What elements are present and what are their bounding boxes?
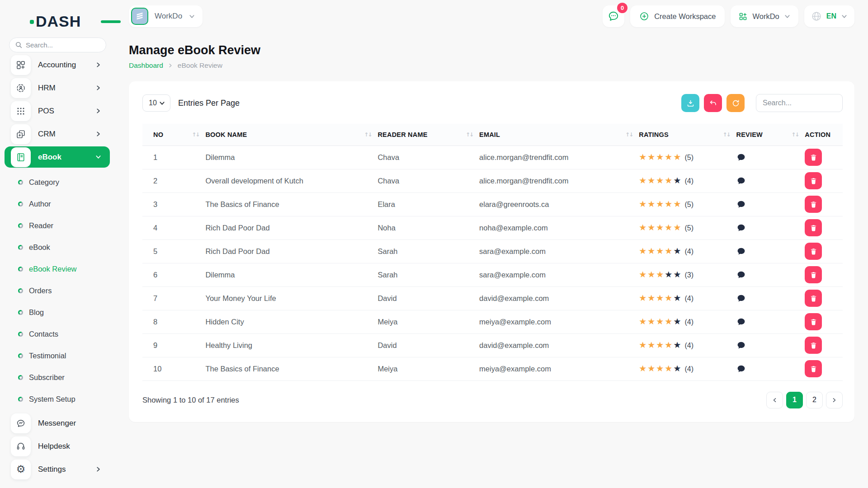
view-review-button[interactable] [736,176,746,186]
sidebar-subitem-system-setup[interactable]: System Setup [0,388,114,410]
cell-book-name: Rich Dad Poor Dad [205,239,377,263]
book-icon [11,147,31,167]
workdo-menu-label: WorkDo [752,12,779,21]
bullet-icon [18,245,23,250]
chevron-right-icon [168,63,173,68]
logo-text: DASH [36,14,81,29]
sidebar-item-hrm[interactable]: HRM [5,77,110,99]
chevron-down-icon [841,13,848,20]
sidebar-item-pos[interactable]: POS [5,100,110,122]
comment-icon [736,364,746,374]
cell-action [805,333,843,357]
sidebar-item-helpdesk[interactable]: Helpdesk [5,436,110,457]
delete-button[interactable] [805,337,822,354]
sidebar-item-accounting[interactable]: Accounting [5,54,110,75]
cell-email: elara@greenroots.ca [479,192,639,216]
column-header-book-name[interactable]: BOOK NAME↑↓ [205,124,377,145]
view-review-button[interactable] [736,364,746,374]
entries-per-page-select[interactable]: 10 [142,94,170,112]
cell-action [805,169,843,192]
sidebar-subitem-reader[interactable]: Reader [0,215,114,236]
delete-button[interactable] [805,243,822,260]
sidebar-search-input[interactable] [9,38,106,52]
column-header-no[interactable]: NO↑↓ [142,124,205,145]
sidebar-subitem-ebook[interactable]: eBook [0,236,114,258]
column-header-review[interactable]: REVIEW↑↓ [736,124,805,145]
download-icon [686,99,695,108]
create-workspace-button[interactable]: Create Workspace [630,5,725,27]
review-table-card: 10 Entries Per Page NO↑↓BOOK NAME↑↓READE… [129,81,854,422]
pagination-next-button[interactable] [826,392,843,408]
comment-icon [736,176,746,186]
star-icon: ★ [665,316,673,326]
comment-icon [736,247,746,256]
messages-button[interactable]: 0 [603,5,624,27]
table-search-input[interactable] [756,94,843,112]
view-review-button[interactable] [736,270,746,280]
cell-book-name: Dilemma [205,145,377,169]
create-workspace-label: Create Workspace [654,12,716,21]
delete-button[interactable] [805,172,822,189]
sidebar-subitem-label: Category [29,178,59,187]
sidebar-item-crm[interactable]: CRM [5,123,110,145]
sidebar-subitem-author[interactable]: Author [0,193,114,215]
view-review-button[interactable] [736,317,746,327]
sidebar-subitem-subscriber[interactable]: Subscriber [0,366,114,388]
sidebar-subitem-contacts[interactable]: Contacts [0,323,114,345]
breadcrumb-dashboard-link[interactable]: Dashboard [129,61,163,70]
delete-button[interactable] [805,290,822,307]
undo-button[interactable] [704,94,722,112]
view-review-button[interactable] [736,294,746,303]
cell-action [805,192,843,216]
column-header-ratings[interactable]: RATINGS↑↓ [639,124,736,145]
toolbar-actions [681,94,843,112]
rating-count: (4) [684,365,693,373]
cell-email: meiya@example.com [479,310,639,333]
headset-icon [11,436,31,456]
delete-button[interactable] [805,149,822,166]
star-icon: ★ [647,222,656,232]
cell-reader-name: David [377,333,479,357]
view-review-button[interactable] [736,223,746,233]
sort-icon: ↑↓ [625,131,632,138]
chevron-down-icon [784,13,791,20]
sidebar-item-label: POS [38,107,54,116]
sidebar-subitem-ebook-review[interactable]: eBook Review [0,258,114,280]
export-button[interactable] [681,94,699,112]
star-icon: ★ [673,246,682,256]
delete-button[interactable] [805,196,822,213]
cell-action [805,239,843,263]
sidebar-subitem-orders[interactable]: Orders [0,280,114,301]
delete-button[interactable] [805,313,822,330]
workspace-switcher[interactable]: WorkDo [129,5,203,27]
comment-icon [736,270,746,280]
delete-button[interactable] [805,266,822,283]
rating-count: (4) [684,342,693,349]
column-header-email[interactable]: EMAIL↑↓ [479,124,639,145]
cell-review [736,145,805,169]
sidebar-item-ebook[interactable]: eBook [5,146,110,168]
cell-ratings: ★★★★★(4) [639,333,736,357]
star-icon: ★ [647,293,656,303]
column-header-reader-name[interactable]: READER NAME↑↓ [377,124,479,145]
pagination-page-2[interactable]: 2 [806,392,823,408]
cell-no: 4 [142,216,205,239]
view-review-button[interactable] [736,153,746,162]
sidebar-item-messenger[interactable]: Messenger [5,413,110,434]
delete-button[interactable] [805,219,822,236]
sidebar-subitem-testimonial[interactable]: Testimonial [0,345,114,366]
sidebar-item-settings[interactable]: ⚙Settings [5,459,110,480]
refresh-button[interactable] [726,94,745,112]
pagination-prev-button[interactable] [766,392,783,408]
sidebar-subitem-blog[interactable]: Blog [0,301,114,323]
workdo-menu-button[interactable]: WorkDo [731,5,798,27]
view-review-button[interactable] [736,247,746,256]
sidebar-submenu: CategoryAuthorReadereBookeBook ReviewOrd… [0,169,114,410]
view-review-button[interactable] [736,200,746,209]
sidebar-subitem-category[interactable]: Category [0,171,114,193]
language-selector[interactable]: EN [804,5,854,27]
cell-action [805,310,843,333]
view-review-button[interactable] [736,341,746,350]
delete-button[interactable] [805,360,822,377]
pagination-page-1[interactable]: 1 [786,392,803,408]
